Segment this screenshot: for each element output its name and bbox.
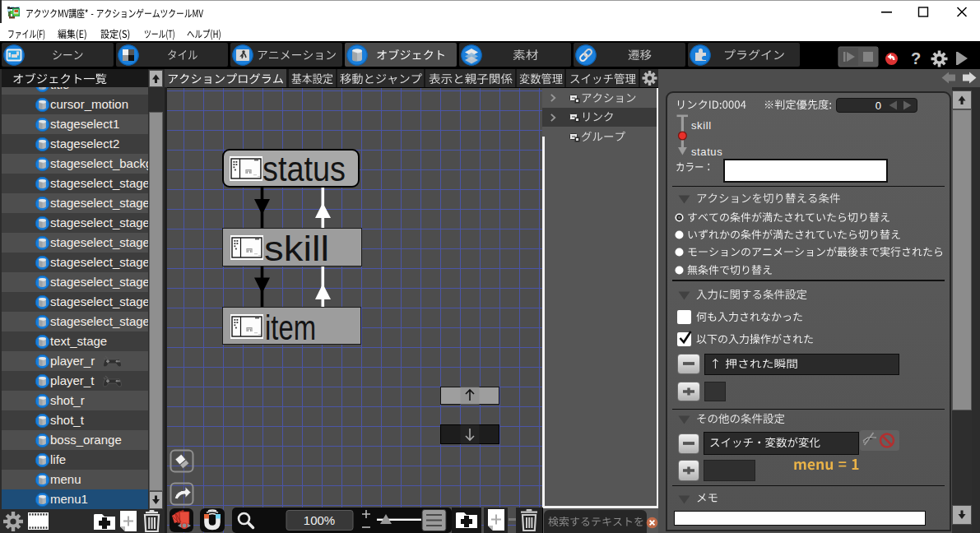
svg-text:100%: 100% <box>304 513 335 527</box>
svg-text:status: status <box>262 150 346 188</box>
svg-text:item: item <box>265 308 316 346</box>
svg-text:?: ? <box>911 49 921 67</box>
svg-text:skill: skill <box>264 229 329 268</box>
